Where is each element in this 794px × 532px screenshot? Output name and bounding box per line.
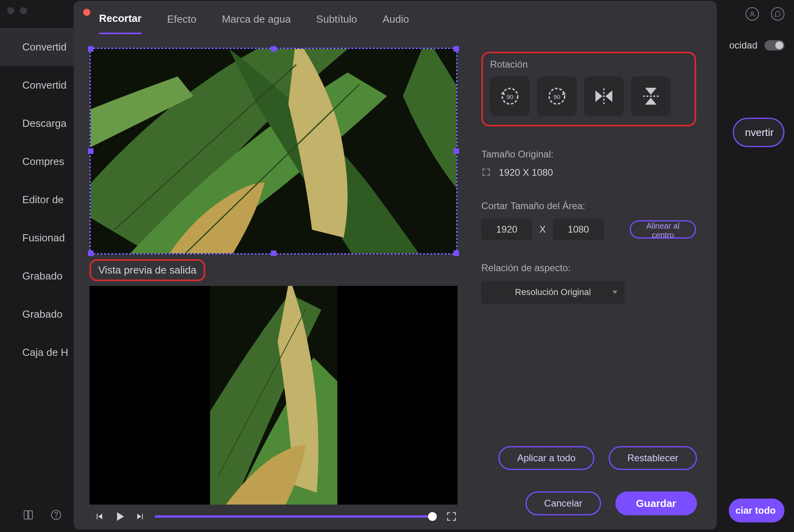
aspect-selected: Resolución Original: [515, 287, 591, 297]
sidebar-item-download[interactable]: Descarga: [0, 104, 80, 142]
original-size-section: Tamaño Original: 1920 X 1080: [481, 149, 696, 178]
tabbar: Recortar Efecto Marca de agua Subtítulo …: [74, 1, 717, 36]
crop-size-label: Cortar Tamaño del Área:: [481, 200, 696, 212]
tab-watermark[interactable]: Marca de agua: [222, 13, 291, 33]
cancel-button[interactable]: Cancelar: [525, 491, 601, 515]
window-controls: [7, 7, 27, 14]
start-all-button-bg[interactable]: ciar todo: [729, 499, 784, 522]
player-controls: [90, 510, 461, 523]
output-preview: [90, 286, 457, 505]
tab-recortar[interactable]: Recortar: [99, 12, 142, 34]
flip-horizontal-button[interactable]: [584, 76, 624, 116]
sidebar-item-compress[interactable]: Compres: [0, 142, 80, 181]
expand-icon: [481, 167, 492, 178]
crop-sep: X: [539, 224, 546, 235]
rotate-ccw-button[interactable]: 90: [490, 76, 530, 116]
crop-handle[interactable]: [453, 46, 459, 52]
crop-handle[interactable]: [271, 46, 276, 52]
align-center-button[interactable]: Alinear al centro: [630, 220, 696, 239]
crop-canvas[interactable]: [90, 48, 457, 254]
crop-handle[interactable]: [88, 250, 93, 256]
fullscreen-icon[interactable]: [446, 511, 457, 522]
header-actions: [745, 7, 784, 21]
chat-icon[interactable]: [771, 7, 784, 21]
crop-handle[interactable]: [453, 148, 459, 154]
rotate-cw-button[interactable]: 90: [537, 76, 577, 116]
secondary-buttons: Aplicar a todo Restablecer: [498, 446, 697, 470]
help-icons: [22, 509, 62, 521]
crop-height-input[interactable]: [553, 219, 604, 240]
speed-toggle[interactable]: [765, 40, 784, 50]
crop-handle[interactable]: [88, 46, 93, 52]
minimize-dot[interactable]: [7, 7, 14, 14]
play-icon[interactable]: [113, 510, 126, 523]
preview-video-frame: [210, 286, 337, 505]
crop-width-input[interactable]: [481, 219, 532, 240]
speed-label-partial: ocidad: [729, 40, 757, 51]
maximize-dot[interactable]: [20, 7, 27, 14]
flip-vertical-button[interactable]: [631, 76, 671, 116]
prev-frame-icon[interactable]: [94, 512, 104, 521]
sidebar-item-recorder1[interactable]: Grabado: [0, 257, 80, 295]
sidebar-item-convert[interactable]: Convertid: [0, 28, 80, 66]
svg-point-2: [56, 517, 56, 517]
crop-size-section: Cortar Tamaño del Área: X Alinear al cen…: [481, 200, 696, 240]
crop-handle[interactable]: [88, 148, 93, 154]
sidebar-item-merger[interactable]: Fusionad: [0, 219, 80, 257]
rotation-box: Rotación 90 90: [481, 52, 696, 126]
aspect-select[interactable]: Resolución Original: [481, 281, 625, 304]
sidebar-item-editor[interactable]: Editor de: [0, 181, 80, 219]
sidebar-item-convert2[interactable]: Convertid: [0, 66, 80, 104]
account-icon[interactable]: [745, 7, 759, 21]
close-icon[interactable]: [83, 9, 90, 16]
primary-buttons: Cancelar Guardar: [525, 491, 697, 515]
next-frame-icon[interactable]: [136, 512, 145, 521]
aspect-label: Relación de aspecto:: [481, 262, 696, 274]
convert-button-bg[interactable]: nvertir: [733, 118, 784, 147]
save-button[interactable]: Guardar: [615, 491, 697, 515]
svg-text:90: 90: [554, 93, 560, 100]
original-size-value: 1920 X 1080: [499, 167, 553, 178]
sidebar-item-recorder2[interactable]: Grabado: [0, 295, 80, 333]
apply-all-button[interactable]: Aplicar a todo: [498, 446, 594, 470]
tab-efecto[interactable]: Efecto: [167, 13, 197, 33]
tab-audio[interactable]: Audio: [383, 13, 409, 33]
sidebar-item-toolbox[interactable]: Caja de H: [0, 333, 80, 371]
speed-toggle-row: ocidad: [729, 40, 784, 51]
output-preview-label: Vista previa de salida: [90, 259, 205, 281]
crop-handle[interactable]: [271, 250, 276, 256]
sidebar: Convertid Convertid Descarga Compres Edi…: [0, 28, 80, 371]
crop-dialog: Recortar Efecto Marca de agua Subtítulo …: [74, 1, 717, 530]
rotation-label: Rotación: [490, 59, 687, 70]
crop-handle[interactable]: [453, 250, 459, 256]
aspect-section: Relación de aspecto: Resolución Original: [481, 262, 696, 304]
help-icon[interactable]: [50, 509, 62, 521]
reset-button[interactable]: Restablecer: [609, 446, 697, 470]
tab-subtitle[interactable]: Subtítulo: [316, 13, 357, 33]
svg-point-0: [751, 12, 753, 14]
svg-text:90: 90: [507, 93, 514, 100]
book-icon[interactable]: [22, 509, 34, 521]
source-video-frame: [91, 49, 456, 253]
original-size-label: Tamaño Original:: [481, 149, 696, 160]
progress-bar[interactable]: [155, 515, 437, 518]
